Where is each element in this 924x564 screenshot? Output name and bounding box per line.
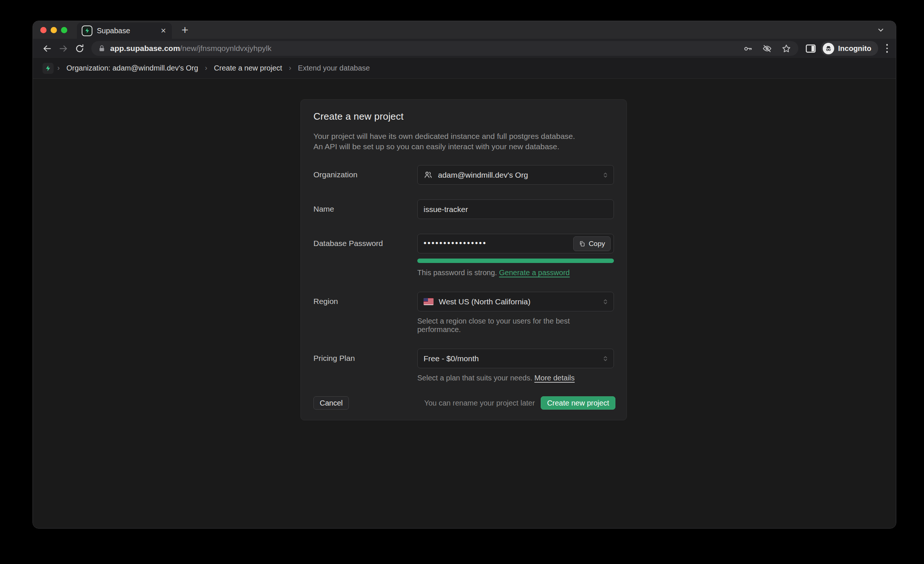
select-chevrons-icon (603, 298, 608, 305)
region-row: Region West US (North California) (314, 292, 614, 334)
bolt-icon (84, 28, 90, 34)
tab-search-chevron-icon[interactable] (877, 26, 885, 34)
incognito-icon (823, 43, 834, 54)
bookmark-star-icon[interactable] (782, 43, 792, 54)
pricing-label: Pricing Plan (314, 349, 417, 363)
password-strength-note: This password is strong. Generate a pass… (417, 269, 614, 277)
copy-label: Copy (589, 240, 605, 248)
region-select[interactable]: West US (North California) (417, 292, 614, 311)
browser-menu-icon[interactable] (884, 42, 890, 54)
window-controls (33, 27, 67, 33)
browser-window: Supabase × + (33, 21, 896, 528)
card-header: Create a new project Your project will h… (301, 100, 627, 152)
organization-label: Organization (314, 165, 417, 179)
region-field-group: West US (North California) Select a regi… (417, 292, 614, 334)
name-input[interactable]: issue-tracker (417, 199, 614, 219)
card-description: Your project will have its own dedicated… (314, 131, 614, 152)
copy-icon (579, 241, 585, 247)
breadcrumb-create-project[interactable]: Create a new project (214, 64, 282, 72)
page-title: Create a new project (314, 111, 614, 122)
password-input[interactable]: •••••••••••••••• Copy (417, 234, 614, 253)
password-label: Database Password (314, 234, 417, 248)
supabase-favicon-icon (82, 25, 92, 36)
supabase-logo[interactable] (42, 63, 54, 74)
address-bar[interactable]: app.supabase.com/new/jfnsmqoynldvxjyhpyl… (91, 41, 798, 56)
region-helper: Select a region close to your users for … (417, 317, 614, 334)
password-masked-value: •••••••••••••••• (423, 239, 487, 247)
browser-toolbar: app.supabase.com/new/jfnsmqoynldvxjyhpyl… (33, 39, 896, 58)
organization-select[interactable]: adam@windmill.dev's Org (417, 165, 614, 185)
zoom-window-button[interactable] (61, 27, 67, 33)
tab-close-icon[interactable]: × (159, 25, 167, 36)
desktop: Supabase × + (0, 0, 924, 564)
chevron-right-icon: › (205, 64, 207, 72)
rename-note: You can rename your project later (424, 399, 535, 407)
chevron-right-icon: › (289, 64, 291, 72)
side-panel-icon[interactable] (806, 44, 816, 53)
pricing-row: Pricing Plan Free - $0/month Selec (314, 349, 614, 382)
name-label: Name (314, 199, 417, 214)
users-icon (423, 170, 433, 180)
copy-password-button[interactable]: Copy (573, 236, 610, 251)
organization-row: Organization adam@windmill.dev's Org (314, 165, 614, 185)
pricing-value: Free - $0/month (423, 354, 478, 363)
us-flag-icon (423, 298, 434, 305)
cancel-button[interactable]: Cancel (314, 396, 349, 410)
password-field-group: •••••••••••••••• Copy Th (417, 234, 614, 277)
pricing-select[interactable]: Free - $0/month (417, 349, 614, 368)
password-key-icon[interactable] (743, 43, 753, 54)
password-strength-bar (417, 259, 614, 263)
new-tab-button[interactable]: + (179, 24, 191, 36)
breadcrumb-organization[interactable]: Organization: adam@windmill.dev's Org (66, 64, 198, 72)
breadcrumb-extend-database: Extend your database (298, 64, 370, 72)
forward-icon[interactable] (58, 43, 69, 54)
url-path: /new/jfnsmqoynldvxjyhpylk (180, 44, 271, 52)
region-value: West US (North California) (439, 297, 530, 306)
page-content: Create a new project Your project will h… (33, 79, 896, 528)
browser-tab-supabase[interactable]: Supabase × (77, 22, 172, 39)
select-chevrons-icon (603, 355, 608, 362)
create-project-card: Create a new project Your project will h… (300, 99, 627, 420)
bolt-icon (45, 65, 51, 72)
incognito-badge: Incognito (821, 41, 878, 56)
url-text: app.supabase.com/new/jfnsmqoynldvxjyhpyl… (110, 44, 272, 53)
close-window-button[interactable] (40, 27, 46, 33)
strength-text: This password is strong. (417, 269, 499, 277)
create-new-project-button[interactable]: Create new project (541, 396, 615, 410)
description-line-1: Your project will have its own dedicated… (314, 131, 614, 141)
organization-value: adam@windmill.dev's Org (438, 171, 528, 180)
description-line-2: An API will be set up so you can easily … (314, 141, 614, 152)
tab-title: Supabase (97, 27, 159, 35)
chevron-right-icon: › (57, 64, 60, 72)
name-row: Name issue-tracker (314, 199, 614, 219)
more-details-link[interactable]: More details (534, 374, 575, 382)
password-row: Database Password •••••••••••••••• Copy (314, 234, 614, 277)
tab-strip: Supabase × + (33, 21, 896, 39)
pricing-helper-text: Select a plan that suits your needs. (417, 374, 534, 382)
region-label: Region (314, 292, 417, 306)
app-header: › Organization: adam@windmill.dev's Org … (33, 58, 896, 79)
name-value: issue-tracker (423, 205, 468, 214)
generate-password-link[interactable]: Generate a password (499, 269, 570, 277)
incognito-label: Incognito (838, 44, 872, 53)
back-icon[interactable] (41, 43, 52, 54)
url-host: app.supabase.com (110, 44, 180, 52)
card-footer: Cancel You can rename your project later… (301, 396, 627, 410)
eye-off-icon[interactable] (762, 43, 772, 54)
pricing-field-group: Free - $0/month Select a plan that suits… (417, 349, 614, 382)
card-body: Organization adam@windmill.dev's Org (301, 165, 627, 382)
reload-icon[interactable] (74, 43, 85, 54)
minimize-window-button[interactable] (51, 27, 57, 33)
lock-icon (98, 45, 106, 52)
pricing-helper: Select a plan that suits your needs. Mor… (417, 374, 614, 382)
select-chevrons-icon (603, 172, 608, 178)
